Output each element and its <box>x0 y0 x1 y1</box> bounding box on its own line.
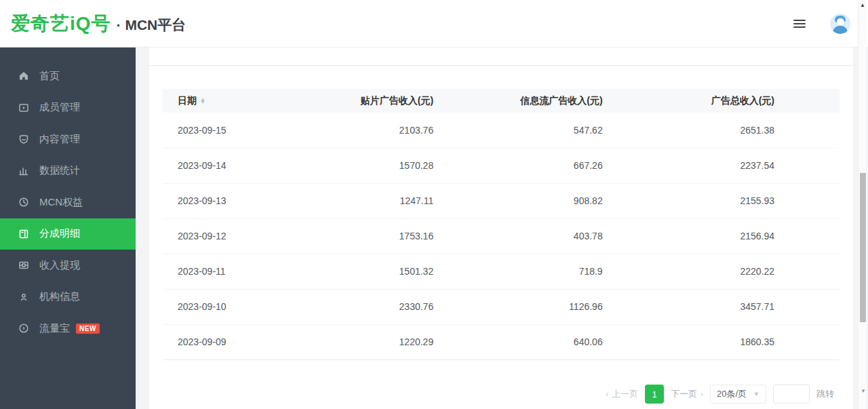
jump-button[interactable]: 跳转 <box>816 388 834 400</box>
main-content: 日期▲▼ 贴片广告收入(元) 信息流广告收入(元) 广告总收入(元) 2023-… <box>136 47 868 409</box>
cell-revenue: 2103.76 <box>285 113 434 148</box>
cell-revenue: 1501.32 <box>285 254 434 289</box>
column-header-feed: 信息流广告收入(元) <box>433 89 603 113</box>
sidebar: 首页 成员管理 内容管理 数据统计 MCN权益 分成明细 收入提 <box>0 47 136 409</box>
sidebar-item-label: 成员管理 <box>39 101 80 114</box>
table-body: 2023-09-152103.76547.622651.382023-09-14… <box>163 113 840 359</box>
lightning-circle-icon <box>18 323 29 334</box>
jump-page-input[interactable] <box>773 385 810 404</box>
sidebar-item-mcn-rights[interactable]: MCN权益 <box>0 187 136 218</box>
cell-date: 2023-09-09 <box>163 324 285 359</box>
new-badge: NEW <box>76 324 100 334</box>
page-number-button[interactable]: 1 <box>645 385 664 404</box>
sidebar-item-label: 分成明细 <box>39 227 80 240</box>
cell-revenue: 908.82 <box>433 183 603 218</box>
sidebar-item-label: 内容管理 <box>39 133 80 146</box>
content-card: 日期▲▼ 贴片广告收入(元) 信息流广告收入(元) 广告总收入(元) 2023-… <box>149 47 853 409</box>
cell-date: 2023-09-11 <box>163 254 285 289</box>
cell-date: 2023-09-10 <box>163 289 285 324</box>
logo-subtitle: · MCN平台 <box>117 16 186 35</box>
sidebar-item-home[interactable]: 首页 <box>0 60 136 92</box>
next-page-button[interactable]: 下一页 › <box>671 388 703 400</box>
sidebar-item-members[interactable]: 成员管理 <box>0 92 136 124</box>
table-row: 2023-09-131247.11908.822155.93 <box>163 183 840 218</box>
topbar-actions <box>793 0 850 47</box>
column-header-preroll: 贴片广告收入(元) <box>285 89 434 113</box>
cell-revenue: 2220.22 <box>603 254 840 289</box>
ledger-book-icon <box>18 228 29 239</box>
column-header-date[interactable]: 日期▲▼ <box>163 89 285 113</box>
cell-revenue: 1247.11 <box>285 183 434 218</box>
vertical-scrollbar: ▲ ▼ <box>858 0 867 409</box>
scrollbar-down-arrow-icon[interactable]: ▼ <box>861 388 866 394</box>
clock-icon <box>18 197 29 208</box>
cell-date: 2023-09-12 <box>163 218 285 254</box>
cell-revenue: 2651.38 <box>603 113 840 148</box>
banknote-icon <box>18 260 29 271</box>
revenue-table: 日期▲▼ 贴片广告收入(元) 信息流广告收入(元) 广告总收入(元) 2023-… <box>163 89 840 360</box>
user-avatar[interactable] <box>830 14 850 34</box>
sidebar-item-content[interactable]: 内容管理 <box>0 123 136 155</box>
scrollbar-up-arrow-icon[interactable]: ▲ <box>860 2 865 8</box>
cell-revenue: 718.9 <box>433 254 603 289</box>
cell-revenue: 1220.29 <box>285 324 434 359</box>
pagination: ‹ 上一页 1 下一页 › 20条/页 ▼ 跳转 <box>606 385 834 404</box>
page-size-select[interactable]: 20条/页 ▼ <box>710 385 766 404</box>
cell-revenue: 1753.16 <box>285 218 434 254</box>
cell-revenue: 2156.94 <box>603 218 840 254</box>
cell-revenue: 547.62 <box>433 113 603 148</box>
table-header-row: 日期▲▼ 贴片广告收入(元) 信息流广告收入(元) 广告总收入(元) <box>163 89 840 113</box>
table-row: 2023-09-121753.16403.782156.94 <box>163 218 840 254</box>
cell-revenue: 2155.93 <box>603 183 840 218</box>
sidebar-item-label: 机构信息 <box>39 290 80 303</box>
person-icon <box>18 291 29 303</box>
prev-page-button[interactable]: ‹ 上一页 <box>606 388 638 400</box>
sidebar-item-label: 流量宝 <box>39 322 70 335</box>
table-row: 2023-09-102330.761126.963457.71 <box>163 289 840 324</box>
column-header-total: 广告总收入(元) <box>603 89 840 113</box>
cell-revenue: 640.06 <box>433 324 603 359</box>
cell-date: 2023-09-13 <box>163 183 285 218</box>
shield-face-icon <box>18 134 29 145</box>
card-top-divider <box>149 47 853 66</box>
revenue-table-wrap: 日期▲▼ 贴片广告收入(元) 信息流广告收入(元) 广告总收入(元) 2023-… <box>163 89 840 360</box>
monitor-play-icon <box>18 102 29 113</box>
app-logo[interactable]: 爱奇艺iQ号 · MCN平台 <box>11 11 186 37</box>
chevron-right-icon: › <box>701 389 703 399</box>
logo-text: 爱奇艺iQ号 <box>11 11 111 37</box>
home-icon <box>18 71 29 82</box>
table-row: 2023-09-152103.76547.622651.38 <box>163 113 840 148</box>
chevron-left-icon: ‹ <box>606 389 608 399</box>
sidebar-item-label: 收入提现 <box>39 259 80 272</box>
cell-revenue: 667.26 <box>433 148 603 183</box>
sidebar-item-withdraw[interactable]: 收入提现 <box>0 250 136 281</box>
table-row: 2023-09-141570.28667.262237.54 <box>163 148 840 183</box>
table-row: 2023-09-091220.29640.061860.35 <box>163 324 840 359</box>
sidebar-item-revenue-share[interactable]: 分成明细 <box>0 218 136 250</box>
cell-date: 2023-09-14 <box>163 148 285 183</box>
cell-revenue: 1860.35 <box>603 324 840 359</box>
cell-revenue: 2237.54 <box>603 148 840 183</box>
cell-revenue: 1126.96 <box>433 289 603 324</box>
sidebar-item-org-info[interactable]: 机构信息 <box>0 281 136 313</box>
sidebar-item-stats[interactable]: 数据统计 <box>0 155 136 187</box>
sidebar-item-label: MCN权益 <box>39 196 83 209</box>
cell-revenue: 3457.71 <box>603 289 840 324</box>
sidebar-item-label: 数据统计 <box>39 164 80 177</box>
cell-date: 2023-09-15 <box>163 113 285 148</box>
bar-chart-icon <box>18 165 29 176</box>
hamburger-menu-icon[interactable] <box>793 20 806 28</box>
top-header: 爱奇艺iQ号 · MCN平台 <box>0 0 868 47</box>
cell-revenue: 403.78 <box>433 218 603 254</box>
sidebar-item-traffic[interactable]: 流量宝 NEW <box>0 313 136 345</box>
sort-icon[interactable]: ▲▼ <box>200 98 205 104</box>
cell-revenue: 2330.76 <box>285 289 434 324</box>
scrollbar-thumb[interactable] <box>860 173 866 322</box>
table-row: 2023-09-111501.32718.92220.22 <box>163 254 840 289</box>
chevron-down-icon: ▼ <box>753 391 760 397</box>
cell-revenue: 1570.28 <box>285 148 434 183</box>
sidebar-item-label: 首页 <box>39 70 60 83</box>
